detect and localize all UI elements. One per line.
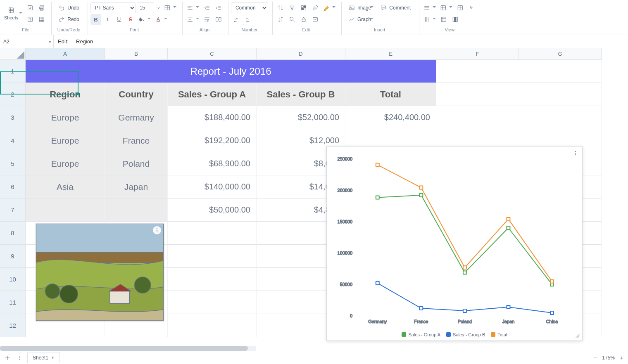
cell[interactable]: France [105, 129, 168, 152]
cell[interactable] [168, 268, 257, 291]
col-header-E[interactable]: E [345, 48, 436, 60]
cell[interactable]: $68,900.00 [168, 152, 257, 175]
outdent-button[interactable] [202, 2, 212, 13]
cell[interactable] [168, 314, 257, 337]
col-header-G[interactable]: G [519, 48, 602, 60]
print-button[interactable] [36, 2, 47, 13]
col-header-B[interactable]: B [105, 48, 168, 60]
italic-button[interactable]: I [102, 14, 113, 25]
cell[interactable]: Sales - Group A [168, 83, 257, 106]
cell[interactable] [436, 106, 602, 129]
sort-button[interactable] [275, 2, 286, 13]
sheets-menu-button[interactable] [15, 353, 25, 363]
wrap-button[interactable] [202, 14, 212, 25]
cell[interactable]: $188,400.00 [168, 106, 257, 129]
export-button[interactable] [25, 14, 36, 25]
redo-button[interactable]: Redo [54, 14, 83, 25]
cell[interactable]: Asia [26, 175, 105, 199]
cell[interactable]: $50,000.00 [168, 199, 257, 222]
add-sheet-button[interactable] [2, 353, 12, 363]
cond-format-button[interactable] [298, 2, 309, 13]
cell[interactable]: Germany [105, 106, 168, 129]
import-button[interactable] [25, 2, 36, 13]
cols-button[interactable] [422, 14, 438, 25]
cell[interactable]: $192,200.00 [168, 129, 257, 152]
h-scroll-thumb[interactable] [0, 346, 248, 351]
zoom-out-button[interactable]: − [591, 354, 599, 362]
cell[interactable] [26, 199, 105, 222]
text-color-button[interactable]: A [153, 14, 169, 25]
gridlines-button[interactable] [455, 2, 466, 13]
cell[interactable] [436, 60, 602, 83]
cell[interactable]: Europe [26, 152, 105, 175]
row-header-7[interactable]: 7 [0, 199, 26, 222]
font-size-input[interactable] [137, 2, 154, 13]
formula-icon-button[interactable]: fx [466, 2, 477, 13]
link-button[interactable] [310, 2, 321, 13]
cell[interactable]: Region [26, 83, 105, 106]
row-header-8[interactable]: 8 [0, 222, 26, 245]
number-format-select[interactable]: Common [231, 2, 268, 13]
row-header-3[interactable]: 3 [0, 106, 26, 129]
sort-desc-button[interactable] [275, 14, 286, 25]
indent-button[interactable] [213, 2, 224, 13]
cell[interactable]: $240,400.00 [345, 106, 436, 129]
cell[interactable] [168, 222, 257, 245]
select-all-corner[interactable] [0, 48, 26, 60]
chart-menu-button[interactable] [572, 150, 579, 158]
image-menu-button[interactable] [153, 226, 161, 234]
strike-button[interactable]: S [125, 14, 136, 25]
bold-button[interactable]: B [90, 14, 101, 25]
col-header-F[interactable]: F [436, 48, 519, 60]
cell[interactable] [168, 291, 257, 314]
row-header-4[interactable]: 4 [0, 129, 26, 152]
col-header-A[interactable]: A [26, 48, 105, 60]
sheets-button[interactable]: Sheets [4, 2, 24, 25]
row-header-6[interactable]: 6 [0, 175, 26, 199]
name-box-input[interactable] [0, 35, 47, 48]
dec-decimal-button[interactable]: .00 [243, 14, 253, 25]
col-header-C[interactable]: C [168, 48, 257, 60]
valign-button[interactable] [185, 14, 201, 25]
row-header-1[interactable]: 1 [0, 60, 26, 83]
grid-button[interactable] [36, 14, 47, 25]
row-header-11[interactable]: 11 [0, 291, 26, 314]
embedded-image[interactable] [36, 223, 164, 321]
cell[interactable]: $52,000.00 [257, 106, 345, 129]
row-header-10[interactable]: 10 [0, 268, 26, 291]
cell[interactable] [105, 199, 168, 222]
insert-comment-button[interactable]: Comment [376, 2, 415, 13]
cell[interactable]: Europe [26, 129, 105, 152]
chart-resize-handle[interactable] [575, 333, 581, 340]
sheet-tab-dd[interactable]: ▼ [51, 356, 55, 360]
fill-color-button[interactable] [137, 14, 152, 25]
cell[interactable]: Europe [26, 106, 105, 129]
cell[interactable]: Report - July 2016 [26, 60, 436, 83]
filter-button[interactable] [287, 2, 297, 13]
font-family-select[interactable]: PT Sans [90, 2, 136, 13]
insert-graph-button[interactable]: Graph [344, 14, 375, 25]
cell[interactable] [168, 245, 257, 268]
h-scrollbar[interactable] [0, 346, 256, 351]
rows-button[interactable] [422, 2, 438, 13]
cell[interactable]: Poland [105, 152, 168, 175]
freeze-button[interactable] [438, 2, 454, 13]
borders-button[interactable] [162, 2, 178, 13]
cell[interactable]: Total [345, 83, 436, 106]
row-header-2[interactable]: 2 [0, 83, 26, 106]
merge-button[interactable] [213, 14, 224, 25]
col-header-D[interactable]: D [257, 48, 345, 60]
cell[interactable]: Sales - Group B [257, 83, 345, 106]
name-box[interactable]: ▾ [0, 35, 54, 48]
headers-button[interactable] [438, 14, 449, 25]
cell[interactable]: Japan [105, 175, 168, 199]
insert-image-button[interactable]: Image [344, 2, 375, 13]
row-header-9[interactable]: 9 [0, 245, 26, 268]
lock-button[interactable] [298, 14, 309, 25]
row-header-12[interactable]: 12 [0, 314, 26, 337]
validate-button[interactable] [310, 14, 321, 25]
row-header-5[interactable]: 5 [0, 152, 26, 175]
clear-button[interactable] [321, 2, 337, 13]
find-button[interactable] [287, 14, 297, 25]
halign-button[interactable] [185, 2, 201, 13]
